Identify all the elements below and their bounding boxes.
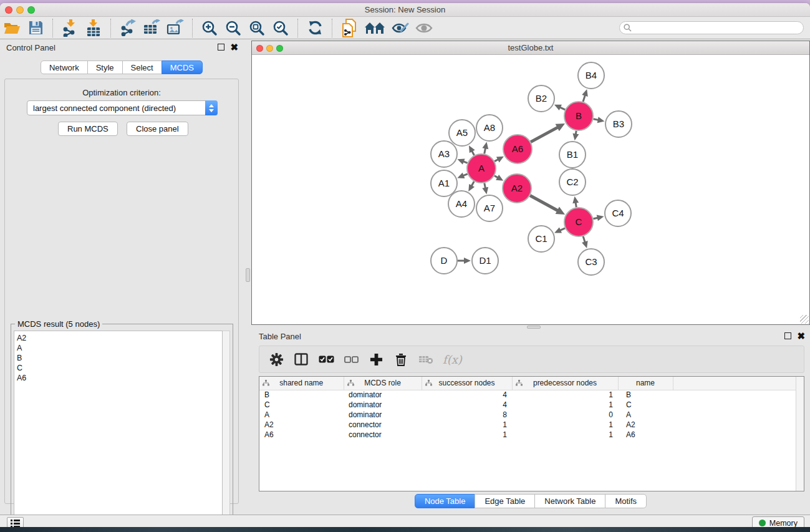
refresh-icon bbox=[307, 20, 323, 36]
close-window-icon[interactable] bbox=[5, 6, 12, 14]
open-session-button[interactable] bbox=[0, 18, 24, 38]
deselect-all-columns-button[interactable] bbox=[342, 350, 360, 369]
open-folder-icon bbox=[4, 21, 21, 35]
node-label: D1 bbox=[479, 255, 491, 266]
zoom-out-button[interactable] bbox=[221, 18, 245, 38]
column-layout-button[interactable] bbox=[292, 350, 311, 369]
main-toolbar bbox=[0, 17, 810, 39]
select-all-columns-button[interactable] bbox=[317, 350, 335, 369]
export-image-button[interactable] bbox=[163, 18, 187, 38]
main-window: Session: New Session bbox=[0, 3, 810, 527]
column-header-name[interactable]: name bbox=[618, 377, 673, 390]
result-scrollbar[interactable] bbox=[223, 331, 230, 527]
zoom-in-icon bbox=[201, 20, 218, 36]
refresh-layout-button[interactable] bbox=[303, 18, 327, 38]
minimize-network-icon[interactable] bbox=[266, 45, 273, 52]
save-session-button[interactable] bbox=[24, 18, 47, 38]
task-history-button[interactable] bbox=[7, 517, 24, 527]
column-header-filler bbox=[673, 377, 796, 390]
table-header-row: shared name MCDS role successor nodes pr… bbox=[259, 377, 796, 390]
column-header-successor-nodes[interactable]: successor nodes bbox=[422, 377, 512, 390]
tab-style[interactable]: Style bbox=[87, 60, 123, 74]
tab-network-table[interactable]: Network Table bbox=[534, 494, 605, 508]
zoom-selected-button[interactable] bbox=[269, 18, 292, 38]
graph-edge-A6-B[interactable] bbox=[531, 127, 558, 142]
float-table-panel-icon[interactable] bbox=[784, 332, 791, 339]
column-header-mcds-role[interactable]: MCDS role bbox=[344, 377, 422, 390]
network-graph[interactable]: B4B2BB3A8A5A6A3B1AC2A1A2A4A7C4CC1DD1C3 bbox=[252, 55, 809, 324]
panel-divider-handle[interactable] bbox=[246, 268, 250, 282]
node-table-body: Bdominator41BCdominator41CAdominator80AA… bbox=[259, 390, 796, 440]
function-builder-button[interactable]: f(x) bbox=[443, 353, 462, 366]
zoom-fit-button[interactable] bbox=[245, 18, 269, 38]
node-table-container: shared name MCDS role successor nodes pr… bbox=[259, 376, 804, 491]
edge-arrowhead-icon bbox=[582, 89, 588, 97]
details-toggle-button[interactable] bbox=[388, 18, 412, 38]
add-column-button[interactable] bbox=[367, 350, 385, 369]
network-view-window: testGlobe.txt B4B2BB3A8A5A6A3B1AC2A1A2A4… bbox=[251, 41, 810, 325]
node-label: A4 bbox=[456, 198, 467, 209]
column-header-shared-name[interactable]: shared name bbox=[259, 377, 344, 390]
import-network-button[interactable] bbox=[58, 18, 82, 38]
tab-network[interactable]: Network bbox=[41, 60, 88, 74]
float-panel-icon[interactable] bbox=[218, 44, 224, 51]
birds-eye-button[interactable] bbox=[412, 18, 436, 38]
node-label: C3 bbox=[585, 256, 597, 267]
tab-node-table[interactable]: Node Table bbox=[415, 494, 476, 508]
criterion-dropdown[interactable]: largest connected component (directed) bbox=[27, 100, 218, 115]
node-label: A1 bbox=[438, 178, 450, 188]
resize-grip-icon[interactable] bbox=[800, 315, 809, 324]
control-panel: Control Panel ✖ Network Style Select MCD… bbox=[0, 40, 243, 515]
close-network-icon[interactable] bbox=[256, 45, 263, 52]
result-list-item[interactable]: A2 bbox=[17, 333, 222, 343]
search-input[interactable] bbox=[619, 21, 804, 34]
delete-column-button[interactable] bbox=[392, 350, 410, 369]
minimize-window-icon[interactable] bbox=[16, 6, 24, 14]
import-table-button[interactable] bbox=[82, 18, 105, 38]
delete-table-icon bbox=[418, 354, 433, 364]
network-overview-button[interactable] bbox=[361, 18, 388, 38]
result-list-item[interactable]: A bbox=[17, 343, 222, 353]
delete-table-button[interactable] bbox=[417, 350, 435, 369]
run-mcds-button[interactable]: Run MCDS bbox=[58, 122, 118, 136]
zoom-in-button[interactable] bbox=[198, 18, 221, 38]
export-table-button[interactable] bbox=[140, 18, 163, 38]
result-list-item[interactable]: C bbox=[17, 363, 222, 373]
result-list-item[interactable]: B bbox=[17, 353, 222, 363]
tab-mcds[interactable]: MCDS bbox=[162, 60, 203, 74]
maximize-window-icon[interactable] bbox=[27, 6, 35, 14]
close-panel-icon[interactable]: ✖ bbox=[230, 44, 238, 51]
close-table-panel-icon[interactable]: ✖ bbox=[797, 332, 805, 339]
table-settings-button[interactable] bbox=[267, 350, 286, 369]
edge-arrowhead-icon bbox=[572, 133, 579, 141]
clone-network-button[interactable] bbox=[337, 18, 361, 38]
maximize-network-icon[interactable] bbox=[276, 45, 283, 52]
table-row[interactable]: A6connector11A6 bbox=[259, 430, 796, 440]
table-row[interactable]: Adominator80A bbox=[259, 410, 796, 420]
node-label: B2 bbox=[536, 93, 547, 104]
table-panel: Table Panel ✖ bbox=[251, 329, 810, 515]
node-label: A8 bbox=[484, 122, 495, 133]
column-header-predecessor-nodes[interactable]: predecessor nodes bbox=[512, 377, 618, 390]
tab-edge-table[interactable]: Edge Table bbox=[475, 494, 535, 508]
table-scrollbar[interactable] bbox=[796, 377, 804, 491]
table-row[interactable]: Bdominator41B bbox=[259, 390, 796, 400]
export-network-icon bbox=[119, 19, 137, 36]
graph-edge-A2-C[interactable] bbox=[530, 195, 558, 211]
network-window-titlebar[interactable]: testGlobe.txt bbox=[252, 41, 809, 55]
memory-button[interactable]: Memory bbox=[752, 516, 804, 527]
window-titlebar: Session: New Session bbox=[0, 3, 810, 17]
result-list-item[interactable]: A6 bbox=[17, 373, 222, 383]
table-row[interactable]: A2connector11A2 bbox=[259, 420, 796, 430]
network-canvas[interactable]: B4B2BB3A8A5A6A3B1AC2A1A2A4A7C4CC1DD1C3 bbox=[252, 55, 809, 324]
window-title: Session: New Session bbox=[0, 3, 810, 17]
tab-motifs[interactable]: Motifs bbox=[605, 494, 647, 508]
close-panel-button[interactable]: Close panel bbox=[127, 122, 188, 136]
mcds-result-list[interactable]: A2ABCA6 bbox=[14, 331, 223, 527]
table-row[interactable]: Cdominator41C bbox=[259, 400, 796, 410]
export-network-button[interactable] bbox=[116, 18, 140, 38]
edge-arrowhead-icon bbox=[457, 159, 465, 165]
zoom-fit-icon bbox=[249, 20, 265, 36]
tab-select[interactable]: Select bbox=[122, 60, 162, 74]
edge-arrowhead-icon bbox=[482, 187, 488, 195]
